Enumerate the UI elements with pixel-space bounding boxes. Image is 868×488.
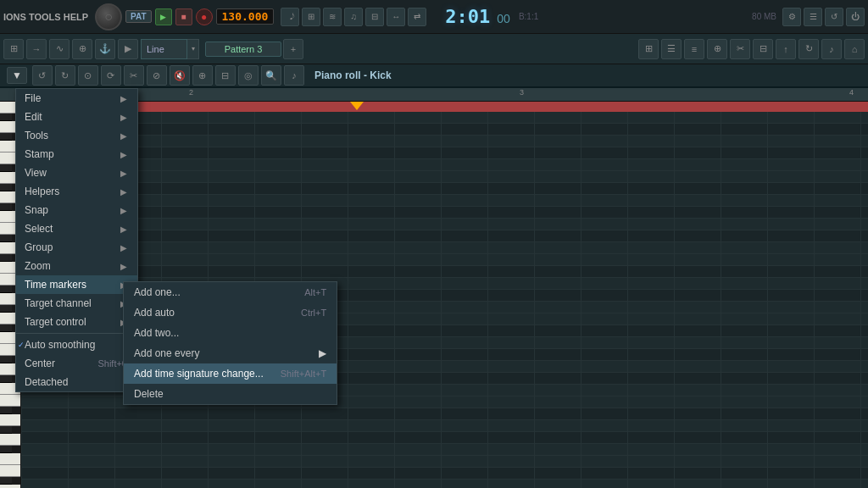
piano-black-key[interactable] [0,426,12,434]
arrow-icon[interactable]: ↔ [387,8,405,26]
cpu-icon[interactable]: ⚙ [782,8,801,26]
pr-redo-icon[interactable]: ↻ [55,65,75,86]
grid-row [21,420,868,432]
pr-tool5-icon[interactable]: ⊟ [215,65,236,86]
submenu-add-one-every[interactable]: Add one every ▶ [124,343,337,363]
line-select-dropdown[interactable]: ▾ [187,39,199,59]
tb2-icon-10[interactable]: ⌂ [844,39,865,59]
pr-magnify-icon[interactable]: 🔍 [261,65,281,86]
piano-black-key[interactable] [0,407,12,414]
menu-item-time-markers[interactable]: Time markers ▶ [16,275,137,294]
piano-black-key[interactable] [0,305,12,313]
menu-item-select[interactable]: Select ▶ [16,219,137,238]
pr-tool6-icon[interactable]: ◎ [238,65,259,86]
grid-icon[interactable]: ⊞ [3,39,24,59]
tb2-icon-8[interactable]: ↻ [798,39,819,59]
menu-item-file[interactable]: File ▶ [16,89,137,108]
pattern-icon[interactable]: ⊞ [302,8,320,26]
piano-black-key[interactable] [0,356,12,363]
menu-item-stamp[interactable]: Stamp ▶ [16,145,137,164]
piano-black-key[interactable] [0,286,12,293]
grid-row [21,468,868,480]
piano-white-key[interactable] [0,414,20,426]
menu-separator-1 [16,333,137,334]
anchor-icon[interactable]: ⚓ [95,39,115,59]
piano-black-key[interactable] [0,324,12,332]
pr-tool4-icon[interactable]: ⊕ [192,65,213,86]
piano-white-key[interactable] [0,453,20,465]
pr-tool1-icon[interactable]: ✂ [124,65,144,86]
menu-item-snap[interactable]: Snap ▶ [16,201,137,219]
pr-refresh-icon[interactable]: ⟳ [101,65,121,86]
piano-black-key[interactable] [0,477,12,485]
piano-roll-header: ▼ ↺ ↻ ⊙ ⟳ ✂ ⊘ 🔇 ⊕ ⊟ ◎ 🔍 ♪ Piano roll - K… [0,64,868,88]
mixer-icon[interactable]: ⊟ [365,8,384,26]
menu-arrow-view: ▶ [120,169,127,178]
pr-volume-icon[interactable]: ♪ [284,65,304,86]
bpm-display[interactable]: 130.000 [216,8,275,25]
tb2-icon-9[interactable]: ♪ [821,39,842,59]
add-time-sig-shortcut: Shift+Alt+T [281,369,326,379]
menu-item-zoom[interactable]: Zoom ▶ [16,257,137,275]
pr-undo-icon[interactable]: ↺ [32,65,53,86]
piano-black-key[interactable] [0,164,12,172]
piano-black-key[interactable] [0,184,12,191]
refresh-icon[interactable]: ↺ [825,8,843,26]
menu-item-group[interactable]: Group ▶ [16,238,137,257]
tb2-icon-6[interactable]: ⊟ [753,39,773,59]
piano-black-key[interactable] [0,375,12,383]
pr-tool2-icon[interactable]: ⊘ [147,65,167,86]
piano-black-key[interactable] [0,446,12,453]
pattern-add-icon[interactable]: + [283,39,303,59]
stop-button[interactable]: ■ [175,8,192,25]
pr-history-icon[interactable]: ⊙ [78,65,98,86]
submenu-add-two[interactable]: Add two... [124,323,337,343]
menu-item-edit[interactable]: Edit ▶ [16,108,137,126]
pr-tool3-icon[interactable]: 🔇 [170,65,190,86]
next-icon[interactable]: ▶ [118,39,138,59]
pattern-display[interactable]: Pattern 3 [205,42,281,57]
play-button[interactable]: ▶ [155,8,172,25]
power-icon[interactable]: ⏻ [846,8,865,26]
record-button[interactable]: ● [196,8,213,25]
piano-black-key[interactable] [0,254,12,262]
menu-item-detached[interactable]: Detached [16,373,137,391]
piano-black-key[interactable] [0,114,12,121]
submenu-delete[interactable]: Delete [124,384,337,404]
piano-white-key[interactable] [0,485,20,488]
piano-white-key[interactable] [0,434,20,446]
arrow-right-icon[interactable]: → [26,39,47,59]
curve-icon[interactable]: ∿ [49,39,70,59]
settings-icon[interactable]: ☰ [804,8,822,26]
submenu-add-auto[interactable]: Add auto Ctrl+T [124,302,337,323]
menu-item-auto-smoothing[interactable]: Auto smoothing [16,336,137,354]
submenu-add-one[interactable]: Add one... Alt+T [124,282,337,302]
menu-item-center[interactable]: Center Shift+0 [16,354,137,373]
piano-black-key[interactable] [0,203,12,211]
grid-row [21,444,868,456]
seq-icon[interactable]: ≋ [323,8,342,26]
menu-item-target-control[interactable]: Target control ▶ [16,313,137,331]
piano-icon[interactable]: ♫ [344,8,363,26]
ram-label: 80 MB [752,12,776,21]
tb2-icon-4[interactable]: ⊕ [707,39,727,59]
tb2-icon-5[interactable]: ✂ [730,39,750,59]
tb2-icon-1[interactable]: ⊞ [638,39,659,59]
tb2-icon-2[interactable]: ☰ [661,39,682,59]
piano-black-key[interactable] [0,235,12,242]
piano-white-key[interactable] [0,395,20,407]
piano-black-key[interactable] [0,133,12,141]
link-icon[interactable]: ⊕ [72,39,92,59]
swap-icon[interactable]: ⇄ [408,8,426,26]
menu-item-helpers[interactable]: Helpers ▶ [16,182,137,201]
submenu-add-time-sig[interactable]: Add time signature change... Shift+Alt+T [124,363,337,384]
tb2-icon-3[interactable]: ≡ [684,39,704,59]
metronome-icon[interactable]: 𝅘𝅥𝅮 [281,8,299,26]
tb2-icon-7[interactable]: ↑ [776,39,796,59]
menu-dropdown-button[interactable]: ▼ [7,67,27,84]
piano-white-key[interactable] [0,465,20,477]
line-select[interactable]: Line [141,39,187,59]
menu-item-target-channel[interactable]: Target channel ▶ [16,294,137,313]
menu-item-view[interactable]: View ▶ [16,164,137,182]
menu-item-tools[interactable]: Tools ▶ [16,126,137,145]
